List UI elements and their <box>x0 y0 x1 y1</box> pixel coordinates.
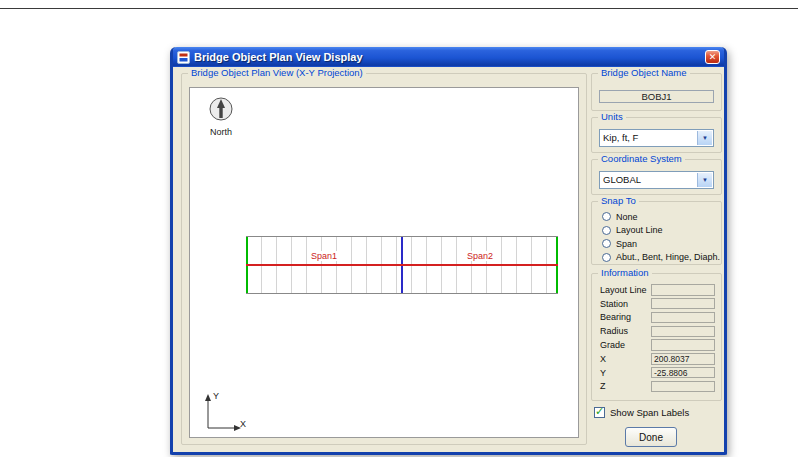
check-icon: ✓ <box>595 405 604 418</box>
units-dropdown[interactable]: Kip, ft, F ▼ <box>599 129 714 147</box>
units-caption: Units <box>598 111 626 122</box>
bridge-object-name-caption: Bridge Object Name <box>598 67 690 78</box>
coordinate-system-group: Coordinate System GLOBAL ▼ <box>591 159 722 195</box>
info-label: Layout Line <box>600 285 647 295</box>
radio-icon <box>602 226 611 235</box>
axis-indicator: Y X <box>198 392 256 438</box>
layout-centerline <box>246 264 558 266</box>
snap-option-none[interactable]: None <box>602 210 719 224</box>
units-group: Units Kip, ft, F ▼ <box>591 117 722 153</box>
info-value-field <box>651 326 715 338</box>
dialog-window: Bridge Object Plan View Display ✕ Bridge… <box>170 47 727 455</box>
info-value-field <box>651 339 715 351</box>
info-row-radius: Radius <box>600 324 715 338</box>
information-caption: Information <box>598 267 652 278</box>
information-group: Information Layout Line Station Bearing <box>591 273 722 401</box>
axis-x-label: X <box>240 419 246 429</box>
coordinate-system-dropdown-arrow-icon[interactable]: ▼ <box>697 173 712 187</box>
snap-option-label: Abut., Bent, Hinge, Diaph. <box>616 252 720 262</box>
snap-option-abut-bent-hinge-diaph[interactable]: Abut., Bent, Hinge, Diaph. <box>602 251 719 265</box>
info-row-layout-line: Layout Line <box>600 283 715 297</box>
dialog-content: Bridge Object Plan View (X-Y Projection)… <box>173 67 724 452</box>
info-label: Grade <box>600 340 625 350</box>
titlebar[interactable]: Bridge Object Plan View Display ✕ <box>173 47 724 67</box>
info-value-field <box>651 381 715 393</box>
show-span-labels-checkbox[interactable]: ✓ Show Span Labels <box>594 407 689 418</box>
plan-view-caption: Bridge Object Plan View (X-Y Projection) <box>188 67 366 78</box>
show-span-labels-label: Show Span Labels <box>610 407 689 418</box>
checkbox-icon: ✓ <box>594 407 605 418</box>
snap-option-label: Layout Line <box>616 225 663 235</box>
info-label: Bearing <box>600 312 631 322</box>
snap-option-span[interactable]: Span <box>602 237 719 251</box>
north-compass: North <box>204 96 238 137</box>
page-top-rule <box>0 8 798 9</box>
info-value-field: -25.8806 <box>651 367 715 379</box>
close-button[interactable]: ✕ <box>705 50 720 64</box>
radio-icon <box>602 212 611 221</box>
info-value-field <box>651 312 715 324</box>
units-dropdown-arrow-icon[interactable]: ▼ <box>697 131 712 145</box>
snap-option-label: None <box>616 212 638 222</box>
document-page: Bridge Object Plan View Display ✕ Bridge… <box>0 0 798 457</box>
snap-to-caption: Snap To <box>598 195 639 206</box>
coordinate-system-selected-value: GLOBAL <box>603 174 641 185</box>
bridge-object-name-field <box>599 90 714 103</box>
axis-arrows-icon <box>198 392 254 442</box>
info-label: X <box>600 354 606 364</box>
info-row-bearing: Bearing <box>600 311 715 325</box>
info-label: Y <box>600 368 606 378</box>
info-label: Radius <box>600 326 628 336</box>
plan-view-canvas[interactable]: North Span1 Span2 <box>189 87 579 438</box>
axis-y-label: Y <box>213 391 219 401</box>
info-row-x: X 200.8037 <box>600 352 715 366</box>
info-row-z: Z <box>600 380 715 394</box>
plan-view-group: Bridge Object Plan View (X-Y Projection)… <box>181 73 587 445</box>
close-icon: ✕ <box>709 53 717 62</box>
units-selected-value: Kip, ft, F <box>603 132 638 143</box>
info-label: Z <box>600 381 606 391</box>
app-icon <box>177 51 190 64</box>
bridge-deck-plan: Span1 Span2 <box>246 236 558 294</box>
north-compass-icon <box>208 96 234 126</box>
coordinate-system-dropdown[interactable]: GLOBAL ▼ <box>599 171 714 189</box>
north-label: North <box>204 127 238 137</box>
info-value-field <box>651 284 715 296</box>
snap-to-group: Snap To None Layout Line Span <box>591 201 722 265</box>
info-row-y: Y -25.8806 <box>600 366 715 380</box>
span2-label: Span2 <box>465 251 495 261</box>
span1-label: Span1 <box>309 251 339 261</box>
info-row-grade: Grade <box>600 338 715 352</box>
radio-icon <box>602 239 611 248</box>
coordinate-system-caption: Coordinate System <box>598 153 685 164</box>
window-title: Bridge Object Plan View Display <box>194 51 363 63</box>
snap-option-label: Span <box>616 239 637 249</box>
bridge-object-name-group: Bridge Object Name <box>591 73 722 111</box>
done-button[interactable]: Done <box>625 427 677 447</box>
info-value-field: 200.8037 <box>651 353 715 365</box>
info-label: Station <box>600 299 628 309</box>
info-value-field <box>651 298 715 310</box>
snap-option-layout-line[interactable]: Layout Line <box>602 224 719 238</box>
info-row-station: Station <box>600 297 715 311</box>
radio-icon <box>602 253 611 262</box>
